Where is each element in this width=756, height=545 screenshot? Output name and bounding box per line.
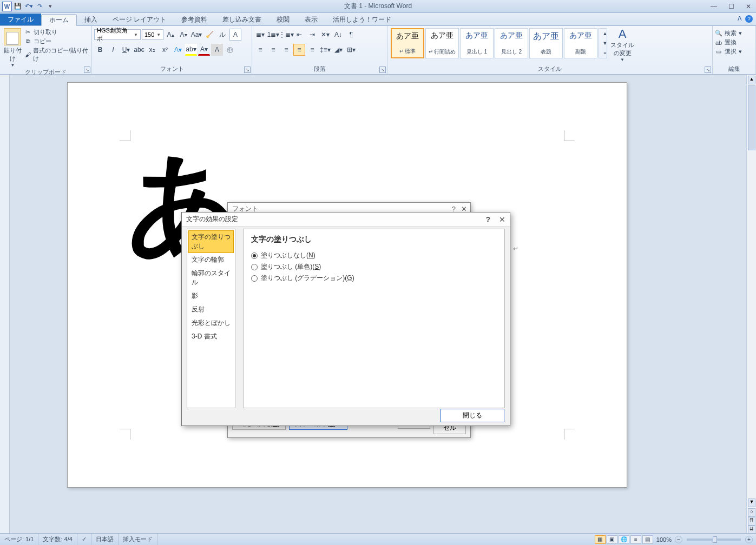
status-proofing[interactable]: ✓	[77, 534, 91, 545]
font-name-combo[interactable]: HGS創英角ポ▼	[94, 29, 141, 40]
styles-launcher[interactable]: ↘	[705, 67, 711, 73]
fx-nav-shadow[interactable]: 影	[188, 289, 234, 303]
minimize-button[interactable]: —	[708, 2, 719, 11]
fill-solid-radio[interactable]: 塗りつぶし (単色)(S)	[251, 261, 497, 272]
fill-none-radio[interactable]: 塗りつぶしなし(N)	[251, 250, 497, 261]
paragraph-launcher[interactable]: ↘	[379, 67, 386, 73]
show-paragraph-marks-button[interactable]: ¶	[345, 29, 357, 41]
tab-mailings[interactable]: 差し込み文書	[215, 14, 269, 25]
maximize-button[interactable]: ☐	[726, 2, 737, 11]
fx-nav-3d-format[interactable]: 3-D 書式	[188, 330, 234, 343]
underline-button[interactable]: U▾	[120, 44, 132, 56]
change-case-button[interactable]: Aa▾	[190, 29, 202, 41]
distribute-button[interactable]: ≡	[306, 44, 318, 56]
bullets-button[interactable]: ≣▾	[254, 29, 266, 41]
tab-page-layout[interactable]: ページ レイアウト	[105, 14, 174, 25]
style-heading1[interactable]: あア亜 見出し 1	[460, 28, 494, 58]
tab-review[interactable]: 校閲	[269, 14, 297, 25]
sort-button[interactable]: A↓	[332, 29, 344, 41]
clear-formatting-button[interactable]: 🧹	[203, 29, 215, 41]
fx-nav-text-fill[interactable]: 文字の塗りつぶし	[188, 230, 234, 253]
vertical-ruler[interactable]	[0, 75, 10, 533]
styles-gallery[interactable]: あア亜 ↵ 標準 あア亜 ↵ 行間詰め あア亜 見出し 1 あア亜 見出し 2 …	[390, 27, 608, 59]
asian-layout-button[interactable]: ✕▾	[319, 29, 331, 41]
zoom-percent[interactable]: 100%	[656, 536, 672, 543]
cut-button[interactable]: ✂切り取り	[24, 28, 89, 36]
increase-indent-button[interactable]: ⇥	[306, 29, 318, 41]
status-language[interactable]: 日本語	[91, 534, 119, 545]
style-subtitle[interactable]: あア亜 副題	[564, 28, 597, 58]
clipboard-launcher[interactable]: ↘	[84, 67, 90, 73]
justify-button[interactable]: ≡	[293, 44, 305, 56]
font-color-button[interactable]: A▾	[198, 44, 210, 56]
fill-gradient-radio[interactable]: 塗りつぶし (グラデーション)(G)	[251, 272, 497, 284]
multilevel-list-button[interactable]: ⋮≣▾	[280, 29, 292, 41]
numbering-button[interactable]: 1≣▾	[267, 29, 279, 41]
prev-page-button[interactable]: ⇈	[748, 517, 755, 526]
tab-view[interactable]: 表示	[297, 14, 325, 25]
status-insert-mode[interactable]: 挿入モード	[119, 534, 157, 545]
strikethrough-button[interactable]: abc	[133, 44, 145, 56]
superscript-button[interactable]: x²	[159, 44, 171, 56]
style-no-spacing[interactable]: あア亜 ↵ 行間詰め	[425, 28, 459, 58]
save-icon[interactable]: 💾	[13, 2, 23, 11]
replace-button[interactable]: ab置換	[715, 38, 753, 46]
qat-customize-icon[interactable]: ▾	[45, 2, 55, 11]
subscript-button[interactable]: x₂	[146, 44, 158, 56]
decrease-indent-button[interactable]: ⇤	[293, 29, 305, 41]
line-spacing-button[interactable]: ‡≡▾	[319, 44, 331, 56]
character-border-button[interactable]: A	[229, 29, 241, 41]
view-outline[interactable]: ≡	[630, 535, 641, 544]
tab-file[interactable]: ファイル	[0, 14, 41, 25]
find-button[interactable]: 🔍検索▾	[715, 29, 753, 37]
fx-nav-text-outline[interactable]: 文字の輪郭	[188, 253, 234, 267]
grow-font-button[interactable]: A▴	[165, 29, 176, 41]
font-launcher[interactable]: ↘	[244, 67, 251, 73]
status-page[interactable]: ページ: 1/1	[0, 534, 38, 545]
fx-dialog-close-button[interactable]: ✕	[499, 215, 505, 224]
fx-close-button[interactable]: 閉じる	[441, 409, 504, 422]
shrink-font-button[interactable]: A▾	[178, 29, 189, 41]
undo-icon[interactable]: ↶▾	[24, 2, 34, 11]
zoom-slider[interactable]	[687, 539, 741, 541]
italic-button[interactable]: I	[107, 44, 119, 56]
help-icon[interactable]: ?	[745, 15, 753, 23]
browse-object-button[interactable]: ○	[748, 508, 755, 517]
word-app-icon[interactable]: W	[2, 2, 12, 11]
character-shading-button[interactable]: A	[211, 44, 223, 56]
view-full-screen[interactable]: ▣	[607, 535, 617, 544]
style-normal[interactable]: あア亜 ↵ 標準	[391, 28, 424, 58]
select-button[interactable]: ▭選択▾	[715, 48, 753, 56]
close-button[interactable]: ✕	[743, 2, 754, 11]
align-right-button[interactable]: ≡	[280, 44, 292, 56]
tab-home[interactable]: ホーム	[41, 14, 77, 26]
tab-references[interactable]: 参考資料	[174, 14, 215, 25]
zoom-out-button[interactable]: −	[675, 536, 682, 543]
change-styles-button[interactable]: A スタイルの変更 ▼	[609, 27, 635, 62]
scroll-down-button[interactable]: ▼	[748, 499, 755, 507]
tab-insert[interactable]: 挿入	[77, 14, 105, 25]
style-heading2[interactable]: あア亜 見出し 2	[495, 28, 528, 58]
view-draft[interactable]: ▤	[642, 535, 653, 544]
align-left-button[interactable]: ≡	[254, 44, 266, 56]
fx-nav-outline-style[interactable]: 輪郭のスタイル	[188, 267, 234, 289]
shading-button[interactable]: ◢▾	[332, 44, 344, 56]
bold-button[interactable]: B	[94, 44, 106, 56]
scroll-thumb[interactable]	[748, 85, 755, 150]
fx-nav-reflection[interactable]: 反射	[188, 303, 234, 316]
ribbon-minimize-icon[interactable]: ᐱ	[738, 15, 742, 23]
redo-icon[interactable]: ↷	[35, 2, 44, 11]
tab-addins[interactable]: 活用しよう！ワード	[325, 14, 399, 25]
status-word-count[interactable]: 文字数: 4/4	[38, 534, 77, 545]
text-effects-button[interactable]: A▾	[172, 44, 184, 56]
scroll-up-button[interactable]: ▲	[748, 76, 755, 84]
next-page-button[interactable]: ⇊	[748, 526, 755, 533]
format-painter-button[interactable]: 🖌書式のコピー/貼り付け	[24, 46, 89, 63]
fx-nav-glow[interactable]: 光彩とぼかし	[188, 316, 234, 330]
zoom-in-button[interactable]: +	[745, 536, 753, 543]
fx-dialog-help-button[interactable]: ?	[485, 215, 490, 224]
highlight-button[interactable]: ab▾	[185, 44, 197, 56]
phonetic-guide-button[interactable]: ル	[216, 29, 228, 41]
view-web-layout[interactable]: 🌐	[619, 535, 629, 544]
paste-button[interactable]: 貼り付け ▼	[2, 27, 23, 68]
